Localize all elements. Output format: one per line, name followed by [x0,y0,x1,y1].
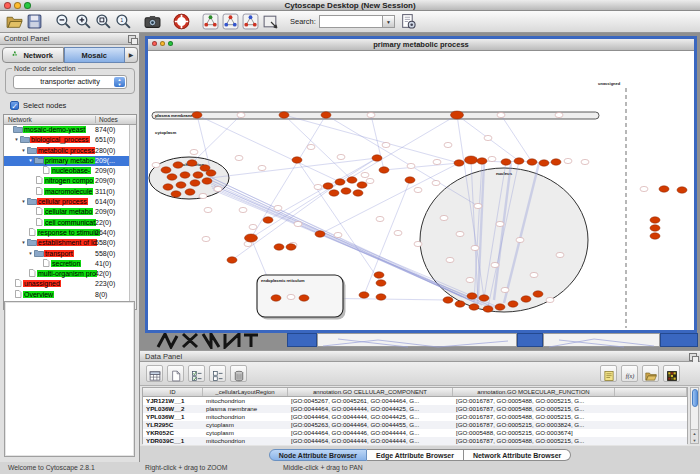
network-node-selected[interactable] [193,172,203,178]
network-node-selected[interactable] [180,172,190,178]
network-node-unselected[interactable] [444,142,452,147]
network-node-unselected[interactable] [446,257,454,262]
network-node-unselected[interactable] [484,135,492,140]
network-node-unselected[interactable] [530,272,538,277]
network-node-unselected[interactable] [199,193,207,198]
network-node-selected[interactable] [321,112,331,118]
network-node-unselected[interactable] [367,112,375,117]
network-node-selected[interactable] [551,159,561,165]
network-node-unselected[interactable] [501,287,509,292]
network-node-selected[interactable] [167,174,177,180]
expand-arrow-icon[interactable]: ▼ [20,238,27,248]
network-tree-row[interactable]: cell communicat22(0) [4,218,129,228]
node-color-attribute-dropdown[interactable]: transporter activity ▲▼ [13,75,127,89]
network-tree-row[interactable]: secretion41(0) [4,259,129,269]
network-node-selected[interactable] [190,180,200,186]
network-node-unselected[interactable] [337,154,345,159]
network-node-selected[interactable] [443,297,453,303]
snapshot-button[interactable] [144,13,161,30]
network-overview-button[interactable] [202,13,219,30]
network-node-selected[interactable] [263,217,273,223]
network-node-selected[interactable] [495,304,505,310]
network-node-unselected[interactable] [152,162,160,167]
expand-arrow-icon[interactable]: ▼ [13,135,20,145]
network-node-selected[interactable] [359,292,369,298]
network-node-unselected[interactable] [516,237,524,242]
network-view-window[interactable]: primary metabolic process plasma membran… [145,36,697,333]
network-node-selected[interactable] [374,272,384,278]
save-button[interactable] [26,13,43,30]
network-node-unselected[interactable] [474,203,482,208]
network-node-selected[interactable] [357,182,367,188]
network-node-selected[interactable] [379,167,389,173]
more-tabs-button[interactable]: ▶ [125,47,138,63]
network-node-selected[interactable] [455,301,465,307]
network-node-unselected[interactable] [414,187,422,192]
tab-network[interactable]: Network [2,47,64,63]
tree-column-nodes[interactable]: Nodes [95,116,118,123]
table-row[interactable]: YLR295Ccytoplasm[GO:0045263, GO:0044464,… [143,421,687,429]
network-tree-row[interactable]: ▼establishment of lo558(0) [4,238,129,248]
birdseye-view-panel[interactable] [4,301,135,457]
network-node-selected[interactable] [245,234,258,242]
network-node-unselected[interactable] [237,112,245,117]
column-header-cellular-component[interactable]: annotation.GO CELLULAR_COMPONENT [288,388,453,396]
network-tree-row[interactable]: ▼cellular process614(0) [4,197,129,207]
network-node-unselected[interactable] [334,232,342,237]
network-node-selected[interactable] [227,257,237,263]
network-tree-row[interactable]: cellular metabo209(0) [4,207,129,217]
table-row[interactable]: YPL036W__2plasma membrane[GO:0044464, GO… [143,405,687,413]
table-row[interactable]: YKR052Ccytoplasm[GO:0044464, GO:0044446,… [143,429,687,437]
network-node-selected[interactable] [187,160,197,166]
network-node-unselected[interactable] [287,294,295,299]
attribute-table-button[interactable] [146,365,163,382]
network-node-unselected[interactable] [366,178,374,183]
network-node-selected[interactable] [347,177,357,183]
network-node-selected[interactable] [451,111,464,119]
network-node-unselected[interactable] [546,297,554,302]
network-node-unselected[interactable] [274,205,282,210]
network-tree-row[interactable]: Overview8(0) [4,290,129,300]
tab-edge-attribute-browser[interactable]: Edge Attribute Browser [367,449,464,461]
new-attribute-button[interactable] [167,365,184,382]
network-node-unselected[interactable] [640,186,648,191]
network-node-selected[interactable] [650,217,660,223]
network-node-unselected[interactable] [491,262,499,267]
region-plasma-membrane[interactable] [152,112,599,119]
network-node-selected[interactable] [465,156,478,164]
open-file-button[interactable] [6,13,23,30]
tab-mosaic[interactable]: Mosaic [64,47,126,63]
network-node-selected[interactable] [376,280,386,286]
network-node-unselected[interactable] [471,245,479,250]
zoom-in-button[interactable] [75,13,92,30]
column-header-molecular-function[interactable]: annotation.GO MOLECULAR_FUNCTION [453,388,615,396]
network-node-unselected[interactable] [556,252,564,257]
network-window-titlebar[interactable]: primary metabolic process [148,39,694,51]
network-edge[interactable] [268,158,377,220]
expand-arrow-icon[interactable]: ▼ [27,156,34,166]
network-node-selected[interactable] [202,178,212,184]
zoom-out-button[interactable] [55,13,72,30]
network-node-unselected[interactable] [440,215,448,220]
expand-arrow-icon[interactable]: ▼ [27,249,34,259]
network-tree-row[interactable]: ▼primary metabo209(... [4,156,129,166]
network-node-selected[interactable] [454,160,464,166]
network-tree-row[interactable]: ▼metabolic process280(0) [4,146,129,156]
scrollbar-buttons[interactable]: ▲▼ [691,429,698,443]
network-node-selected[interactable] [173,162,183,168]
scrollbar-thumb[interactable] [692,389,698,407]
expand-arrow-icon[interactable]: ▼ [20,146,27,156]
search-dropdown-button[interactable]: ▼ [383,15,395,28]
network-tree-row[interactable]: nucleobase-209(0) [4,166,129,176]
network-node-unselected[interactable] [581,159,589,164]
network-node-selected[interactable] [176,182,186,188]
zoom-fit-button[interactable]: 1 [115,13,132,30]
network-node-unselected[interactable] [456,231,464,236]
network-node-selected[interactable] [341,188,351,194]
network-node-selected[interactable] [650,225,660,231]
network-node-selected[interactable] [279,112,289,118]
network-node-selected[interactable] [286,244,296,250]
network-edge[interactable] [340,115,457,184]
network-node-selected[interactable] [299,295,309,301]
expand-arrow-icon[interactable]: ▼ [20,197,27,207]
